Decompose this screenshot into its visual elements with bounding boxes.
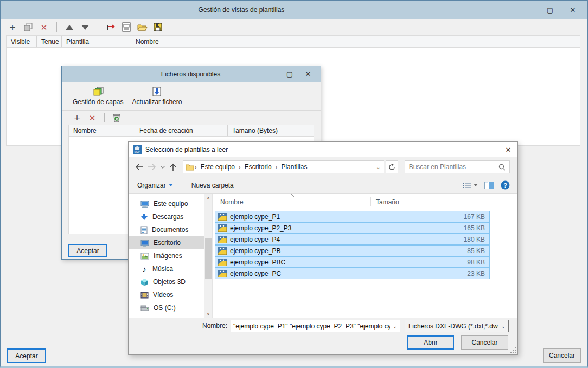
toolbar-separator: [104, 113, 105, 122]
document-icon: [140, 226, 148, 234]
copy-icon[interactable]: [23, 22, 34, 33]
move-down-icon[interactable]: [80, 22, 91, 33]
sidebar-item-imagenes[interactable]: Imágenes: [129, 249, 204, 262]
accept-button[interactable]: Aceptar: [7, 348, 46, 363]
toolbar-separator: [98, 22, 98, 32]
delete-icon[interactable]: ✕: [87, 112, 98, 123]
up-icon[interactable]: [168, 162, 178, 172]
help-icon[interactable]: ?: [501, 180, 510, 190]
sidebar-item-os-c[interactable]: OS (C:): [129, 301, 204, 314]
dialog-footer: Nombre: ⌄ Ficheros DXF-DWG (*.dxf;*.dwg …: [129, 318, 517, 354]
filename-input[interactable]: [231, 322, 390, 330]
close-icon[interactable]: ✕: [300, 68, 316, 81]
files-list-toolbar: + ✕: [62, 111, 321, 125]
column-header-fecha[interactable]: Fecha de creación: [135, 125, 228, 136]
search-icon[interactable]: [495, 164, 509, 171]
update-file-button[interactable]: Actualizar fichero: [130, 85, 184, 107]
files-titlebar[interactable]: Ficheros disponibles ▢ ✕: [62, 66, 321, 82]
hard-drive-icon: [140, 305, 149, 311]
dialog-cancel-button[interactable]: Cancelar: [461, 335, 508, 350]
column-header-tenue[interactable]: Tenue: [37, 36, 62, 47]
folder-icon: [186, 164, 194, 171]
breadcrumb-item[interactable]: Este equipo: [197, 163, 238, 171]
column-header-nombre[interactable]: Nombre: [131, 36, 580, 47]
chevron-down-icon[interactable]: ⌄: [390, 320, 400, 332]
dxf-file-icon: [218, 247, 227, 255]
sidebar-item-descargas[interactable]: Descargas: [129, 210, 204, 223]
filename-combo[interactable]: ⌄: [231, 320, 400, 332]
sort-ascending-icon: [289, 194, 294, 197]
dialog-titlebar[interactable]: MEP Selección de plantillas a leer ✕: [129, 142, 517, 157]
save-icon[interactable]: [152, 22, 163, 33]
delete-icon[interactable]: ✕: [39, 22, 49, 33]
new-folder-button[interactable]: Nueva carpeta: [191, 182, 234, 189]
refresh-icon[interactable]: [386, 160, 398, 173]
main-titlebar[interactable]: Gestión de vistas de plantillas ▢ ✕: [1, 1, 587, 19]
add-icon[interactable]: +: [72, 112, 82, 123]
files-accept-button[interactable]: Aceptar: [68, 244, 107, 257]
computer-icon: [140, 201, 149, 208]
column-header-nombre[interactable]: Nombre: [220, 198, 244, 206]
file-row[interactable]: ejemplo cype_PBC 98 KB: [215, 256, 490, 268]
column-header-tamano[interactable]: Tamaño: [376, 198, 399, 206]
forward-icon[interactable]: [146, 162, 157, 172]
file-list-header: Nombre Tamaño: [213, 194, 517, 208]
add-icon[interactable]: +: [7, 22, 18, 33]
search-input[interactable]: [405, 163, 495, 171]
address-dropdown-chevron-icon[interactable]: ⌄: [373, 164, 384, 170]
file-row[interactable]: ejemplo cype_PB 85 KB: [215, 245, 490, 256]
maximize-icon[interactable]: ▢: [542, 3, 558, 16]
dxf-file-icon: [218, 224, 227, 232]
address-bar[interactable]: › Este equipo › Escritorio › Plantillas …: [183, 160, 384, 173]
import-template-icon[interactable]: [105, 22, 116, 33]
sidebar-item-videos[interactable]: Vídeos: [129, 288, 204, 301]
cancel-button[interactable]: Cancelar: [543, 348, 581, 363]
dxf-file-icon: [218, 213, 227, 221]
file-row[interactable]: ejemplo cype_PC 23 KB: [215, 268, 490, 279]
filetype-select[interactable]: Ficheros DXF-DWG (*.dxf;*.dwg ⌄: [405, 320, 509, 332]
organize-button[interactable]: Organizar: [137, 182, 173, 189]
dxf-file-icon: [218, 270, 227, 277]
open-folder-icon[interactable]: [137, 22, 148, 33]
open-button[interactable]: Abrir: [407, 335, 454, 350]
move-up-icon[interactable]: [64, 22, 75, 33]
filename-label: Nombre:: [194, 322, 227, 330]
views-button[interactable]: [463, 182, 478, 189]
sidebar-item-escritorio[interactable]: Escritorio: [129, 236, 204, 249]
maximize-icon[interactable]: ▢: [282, 68, 298, 81]
back-icon[interactable]: [134, 162, 144, 172]
sidebar-item-objetos-3d[interactable]: Objetos 3D: [129, 275, 204, 288]
breadcrumb-item[interactable]: Plantillas: [278, 163, 310, 171]
resize-grip[interactable]: [509, 346, 516, 353]
column-header-tamano[interactable]: Tamaño (Bytes): [228, 125, 314, 136]
preview-pane-icon[interactable]: [484, 182, 494, 189]
scroll-up-icon[interactable]: ∧: [204, 194, 212, 202]
file-row[interactable]: ejemplo cype_P2_P3 165 KB: [215, 222, 490, 234]
scrollbar-thumb[interactable]: [205, 238, 212, 279]
layer-management-button[interactable]: Gestión de capas: [71, 85, 125, 107]
files-toolbar: Gestión de capas Actualizar fichero: [62, 82, 321, 111]
chevron-down-icon[interactable]: ⌄: [498, 320, 508, 332]
sidebar-item-este-equipo[interactable]: Este equipo: [129, 197, 204, 210]
chevron-down-icon: [169, 184, 173, 186]
dxf-dwg-document-icon[interactable]: [121, 22, 132, 33]
close-icon[interactable]: ✕: [565, 3, 581, 16]
column-header-visible[interactable]: Visible: [7, 36, 37, 47]
close-icon[interactable]: ✕: [499, 143, 517, 156]
recent-locations-chevron-icon[interactable]: [159, 162, 166, 172]
sidebar-scrollbar[interactable]: ∧ ∨: [204, 194, 212, 318]
file-row[interactable]: ejemplo cype_P1 167 KB: [215, 211, 490, 222]
sidebar-item-documentos[interactable]: Documentos: [129, 223, 204, 236]
dxf-file-icon: [218, 236, 227, 243]
toolbar-separator: [56, 22, 57, 32]
breadcrumb-item[interactable]: Escritorio: [241, 163, 275, 171]
sidebar-item-musica[interactable]: ♪ Música: [129, 262, 204, 275]
3d-cube-icon: [140, 278, 149, 286]
scroll-down-icon[interactable]: ∨: [204, 310, 212, 318]
search-box[interactable]: [405, 160, 510, 173]
column-header-plantilla[interactable]: Plantilla: [62, 36, 131, 47]
column-header-nombre[interactable]: Nombre: [69, 125, 135, 136]
file-row[interactable]: ejemplo cype_P4 180 KB: [215, 234, 490, 245]
recycle-bin-icon[interactable]: [111, 112, 122, 123]
layers-icon: [92, 86, 104, 97]
